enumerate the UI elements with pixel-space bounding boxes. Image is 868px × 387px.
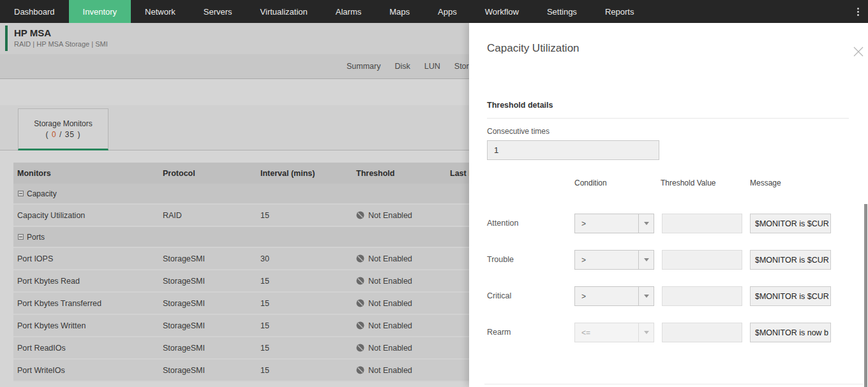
threshold-value-input-trouble[interactable] (662, 250, 742, 270)
nav-item-workflow[interactable]: Workflow (471, 0, 533, 23)
threshold-row-trouble: Trouble> (469, 250, 868, 270)
kebab-menu-icon[interactable] (853, 4, 863, 18)
nav-item-inventory[interactable]: Inventory (69, 0, 131, 23)
threshold-value-input-critical[interactable] (662, 286, 742, 306)
caret-down-icon (638, 323, 654, 342)
threshold-value-input-attention[interactable] (662, 214, 742, 233)
condition-value: > (575, 292, 638, 301)
nav-item-settings[interactable]: Settings (533, 0, 591, 23)
message-header: Message (750, 179, 781, 187)
panel-title: Capacity Utilization (487, 42, 580, 55)
screen: DashboardInventoryNetworkServersVirtuali… (0, 0, 868, 387)
nav-item-apps[interactable]: Apps (424, 0, 471, 23)
severity-label: Critical (487, 291, 511, 300)
caret-down-icon (638, 214, 654, 233)
top-nav: DashboardInventoryNetworkServersVirtuali… (0, 0, 868, 23)
condition-select-attention[interactable]: > (574, 214, 654, 233)
nav-item-network[interactable]: Network (131, 0, 190, 23)
message-input-critical[interactable] (750, 286, 831, 306)
severity-label: Rearm (487, 328, 511, 337)
close-icon[interactable] (852, 45, 865, 58)
nav-item-maps[interactable]: Maps (375, 0, 424, 23)
threshold-value-input-rearm[interactable] (662, 323, 742, 342)
nav-item-alarms[interactable]: Alarms (322, 0, 375, 23)
threshold-row-rearm: Rearm<= (469, 323, 868, 342)
caret-down-icon (638, 287, 654, 305)
consecutive-times-input[interactable] (487, 140, 659, 160)
condition-value: > (575, 219, 638, 228)
divider (487, 118, 849, 119)
condition-header: Condition (574, 179, 607, 187)
vertical-scrollbar[interactable] (864, 204, 867, 387)
caret-down-icon (638, 251, 654, 269)
message-input-trouble[interactable] (750, 250, 831, 270)
condition-value: <= (575, 328, 638, 337)
nav-item-dashboard[interactable]: Dashboard (0, 0, 69, 23)
condition-select-trouble[interactable]: > (574, 250, 654, 270)
divider (484, 384, 863, 384)
threshold-details-heading: Threshold details (487, 101, 553, 110)
threshold-value-header: Threshold Value (661, 179, 716, 187)
message-input-attention[interactable] (750, 214, 831, 233)
severity-label: Attention (487, 219, 518, 228)
nav-item-reports[interactable]: Reports (591, 0, 648, 23)
message-input-rearm[interactable] (750, 323, 831, 342)
threshold-column-headers: Condition Threshold Value Message (469, 179, 868, 189)
condition-select-critical[interactable]: > (574, 286, 654, 306)
severity-label: Trouble (487, 255, 514, 264)
nav-item-servers[interactable]: Servers (190, 0, 246, 23)
condition-select-rearm: <= (574, 323, 654, 342)
consecutive-times-label: Consecutive times (487, 127, 550, 136)
condition-value: > (575, 256, 638, 265)
nav-item-virtualization[interactable]: Virtualization (246, 0, 322, 23)
threshold-row-critical: Critical> (469, 286, 868, 306)
threshold-row-attention: Attention> (469, 214, 868, 233)
nav-items: DashboardInventoryNetworkServersVirtuali… (0, 0, 648, 23)
threshold-panel: Capacity Utilization Threshold details C… (469, 23, 868, 387)
